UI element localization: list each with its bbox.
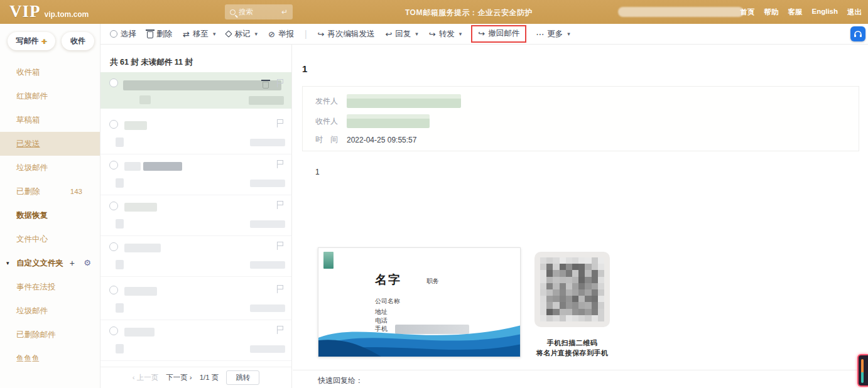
qr-cell xyxy=(553,264,559,270)
more-button[interactable]: ⋯ 更多 ▾ xyxy=(536,29,570,40)
business-card-image[interactable]: 名字 职务 公司名称 地址 电话 手机 邮箱 xyxy=(318,247,521,357)
top-link-1[interactable]: 帮助 xyxy=(764,8,778,17)
corner-floating-widget[interactable] xyxy=(857,354,868,387)
from-label: 发件人 xyxy=(315,96,338,107)
delete-button[interactable]: 删除 xyxy=(147,29,172,40)
sidebar-item-4[interactable]: 垃圾邮件 xyxy=(0,156,100,180)
redacted-sender xyxy=(347,94,461,108)
qr-cell xyxy=(578,302,585,308)
flag-icon[interactable] xyxy=(277,201,283,209)
more-label: 更多 xyxy=(547,29,563,40)
flag-icon[interactable] xyxy=(277,160,283,168)
sidebar-item-11[interactable]: 已删除邮件 xyxy=(0,323,100,347)
mail-row-selected[interactable] xyxy=(100,72,291,109)
top-link-0[interactable]: 首页 xyxy=(740,8,754,17)
sidebar-item-8[interactable]: 自定义文件夹▾+⚙ xyxy=(0,251,100,275)
redacted-recipient xyxy=(347,114,430,128)
flag-icon[interactable] xyxy=(277,285,283,293)
qr-cell xyxy=(598,309,604,315)
qr-cell xyxy=(553,309,559,315)
mail-checkbox[interactable] xyxy=(109,120,118,129)
edit-again-button[interactable]: ↪ 再次编辑发送 xyxy=(318,29,375,40)
report-button[interactable]: ⊘ 举报 xyxy=(268,29,294,40)
customer-service-button[interactable] xyxy=(850,26,865,41)
gear-icon[interactable]: ⚙ xyxy=(84,251,91,275)
chevron-down-icon: ▾ xyxy=(459,31,462,37)
attachment-icon-redacted xyxy=(116,303,124,313)
mail-toolbar: 选择 删除 ⇄ 移至 ▾ 标记 ▾ ⊘ 举报 | ↪ 再次编辑发送 ↩ 回复 ▾ xyxy=(100,24,868,45)
qr-cell xyxy=(578,277,585,283)
mail-checkbox[interactable] xyxy=(109,242,118,251)
mail-subject: 1 xyxy=(302,63,307,74)
sidebar-item-0[interactable]: 收件箱 xyxy=(0,60,100,84)
recall-icon: ↪ xyxy=(478,30,485,38)
sidebar-item-10[interactable]: 垃圾邮件 xyxy=(0,299,100,323)
sidebar-item-5[interactable]: 已删除143 xyxy=(0,180,100,203)
mail-row[interactable] xyxy=(100,154,291,195)
mail-row[interactable] xyxy=(100,114,291,154)
recall-mail-button-highlighted[interactable]: ↪ 撤回邮件 xyxy=(471,25,526,43)
mail-row[interactable] xyxy=(100,236,291,277)
reply-button[interactable]: ↩ 回复 ▾ xyxy=(385,29,418,40)
top-link-3[interactable]: English xyxy=(811,8,838,17)
top-link-4[interactable]: 退出 xyxy=(847,8,862,17)
next-page-button[interactable]: 下一页 › xyxy=(166,373,192,382)
mail-checkbox[interactable] xyxy=(109,161,118,170)
receive-button[interactable]: 收件 xyxy=(62,32,94,50)
prev-page-button[interactable]: ‹ 上一页 xyxy=(133,373,159,382)
delete-label: 删除 xyxy=(156,29,172,40)
sidebar-item-7[interactable]: 文件中心 xyxy=(0,227,100,251)
mail-row[interactable] xyxy=(100,279,291,320)
qr-cell xyxy=(572,302,578,308)
promo-banner[interactable]: TOM邮箱服务提示：企业云安全防护 xyxy=(405,8,533,18)
search-placeholder: 搜索 xyxy=(239,8,281,17)
quick-reply-label[interactable]: 快速回复给： xyxy=(318,375,363,386)
mark-button[interactable]: 标记 ▾ xyxy=(226,29,258,40)
vip-logo[interactable]: VIP vip.tom.com xyxy=(9,2,89,21)
account-name-redacted[interactable] xyxy=(618,7,744,17)
qr-cell xyxy=(572,270,578,276)
sidebar-item-label: 收件箱 xyxy=(16,68,40,77)
search-input[interactable]: 搜索 ↵ xyxy=(225,4,293,19)
sidebar-item-1[interactable]: 红旗邮件 xyxy=(0,84,100,108)
flag-icon[interactable] xyxy=(277,79,283,87)
jump-button[interactable]: 跳转 xyxy=(226,370,259,385)
select-button[interactable]: 选择 xyxy=(110,29,136,40)
sidebar-item-2[interactable]: 草稿箱 xyxy=(0,108,100,132)
mail-row[interactable] xyxy=(100,320,291,361)
flag-icon[interactable] xyxy=(277,326,283,334)
flag-icon[interactable] xyxy=(277,119,283,127)
redacted-sender xyxy=(124,287,157,296)
qr-cell xyxy=(592,277,598,283)
qr-cell xyxy=(540,302,546,308)
sidebar-item-9[interactable]: 事件在法投 xyxy=(0,275,100,299)
redacted-sender xyxy=(124,203,157,212)
qr-cell xyxy=(585,270,591,276)
mail-checkbox[interactable] xyxy=(109,78,118,87)
qr-cell xyxy=(572,309,578,315)
chevron-down-icon[interactable]: ▾ xyxy=(6,251,9,275)
sidebar-item-6[interactable]: 数据恢复 xyxy=(0,203,100,227)
sidebar-item-3[interactable]: 已发送 xyxy=(0,132,100,156)
flag-icon[interactable] xyxy=(277,242,283,250)
attachment-icon-redacted xyxy=(116,344,124,353)
mail-checkbox[interactable] xyxy=(109,286,118,294)
trash-icon[interactable] xyxy=(263,82,269,89)
top-link-2[interactable]: 客服 xyxy=(788,8,802,17)
qr-cell xyxy=(578,283,585,289)
qr-cell xyxy=(540,296,546,302)
mail-checkbox[interactable] xyxy=(109,326,118,335)
qr-cell xyxy=(572,283,578,289)
sidebar-item-12[interactable]: 鱼鱼鱼 xyxy=(0,347,100,370)
move-button[interactable]: ⇄ 移至 ▾ xyxy=(183,29,215,40)
qr-cell xyxy=(598,264,604,270)
mail-checkbox[interactable] xyxy=(109,202,118,210)
to-label: 收件人 xyxy=(315,116,338,127)
add-folder-icon[interactable]: + xyxy=(70,251,75,275)
qr-cell xyxy=(560,277,566,283)
mail-row[interactable] xyxy=(100,195,291,236)
compose-button[interactable]: 写邮件 + xyxy=(8,32,55,50)
forward-button[interactable]: ↪ 转发 ▾ xyxy=(429,29,462,40)
qr-cell xyxy=(560,296,566,302)
logo-domain-text: vip.tom.com xyxy=(45,10,89,19)
